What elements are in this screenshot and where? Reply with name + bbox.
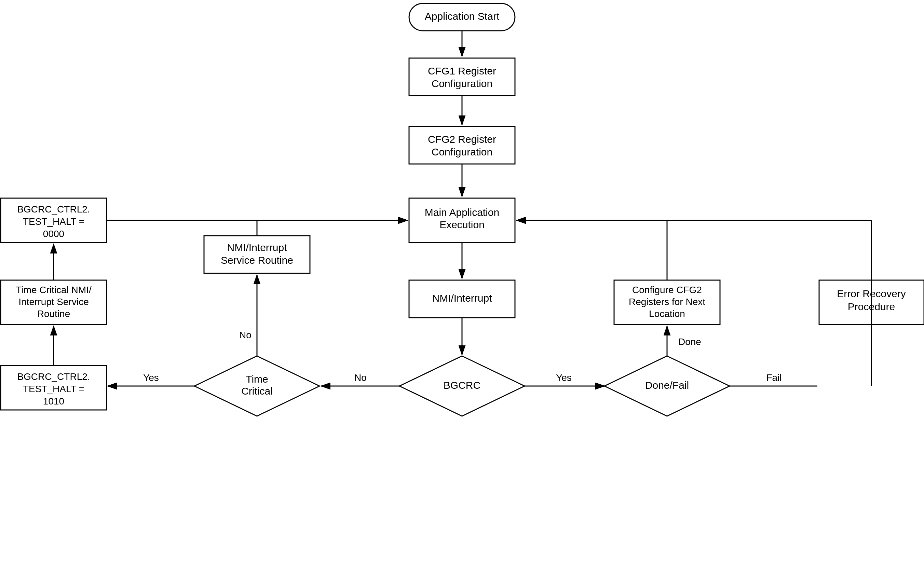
cfg2-label: CFG2 Register <box>428 134 496 145</box>
time-critical-yes-label: Yes <box>143 372 159 383</box>
bgcrc-ctrl2-1010-label3: 1010 <box>43 396 64 406</box>
bgcrc-label: BGCRC <box>443 380 481 391</box>
done-fail-label: Done/Fail <box>645 380 689 391</box>
cfg1-node <box>409 58 515 96</box>
cfg2-node <box>409 126 515 164</box>
bgcrc-yes-label: Yes <box>556 372 572 383</box>
fail-label: Fail <box>766 372 782 383</box>
nmi-isr-label: NMI/Interrupt <box>227 242 287 253</box>
bgcrc-ctrl2-1010-label2: TEST_HALT = <box>23 384 84 394</box>
configure-cfg2-label3: Location <box>649 308 685 319</box>
time-critical-label2: Critical <box>241 385 273 396</box>
app-start-label: Application Start <box>425 11 500 22</box>
main-app-label: Main Application <box>425 207 499 218</box>
cfg1-label: CFG1 Register <box>428 65 496 77</box>
bgcrc-ctrl2-0000-label1: BGCRC_CTRL2. <box>17 204 90 214</box>
configure-cfg2-label2: Registers for Next <box>629 297 705 307</box>
bgcrc-ctrl2-1010-label1: BGCRC_CTRL2. <box>17 371 90 382</box>
bgcrc-ctrl2-0000-label2: TEST_HALT = <box>23 216 84 227</box>
nmi-interrupt-label: NMI/Interrupt <box>432 292 492 304</box>
tc-nmi-label3: Routine <box>37 308 70 319</box>
nmi-isr-label2: Service Routine <box>221 255 293 266</box>
tc-nmi-label1: Time Critical NMI/ <box>16 285 92 295</box>
tc-nmi-label2: Interrupt Service <box>18 297 89 307</box>
time-critical-no-label: No <box>239 330 252 340</box>
cfg1-label2: Configuration <box>432 78 492 89</box>
main-app-label2: Execution <box>439 219 485 230</box>
time-critical-label: Time <box>246 373 268 385</box>
cfg2-label2: Configuration <box>432 146 492 158</box>
configure-cfg2-label1: Configure CFG2 <box>632 285 702 295</box>
done-label: Done <box>678 337 701 347</box>
bgcrc-ctrl2-0000-label3: 0000 <box>43 229 64 239</box>
bgcrc-no-label: No <box>354 372 367 383</box>
